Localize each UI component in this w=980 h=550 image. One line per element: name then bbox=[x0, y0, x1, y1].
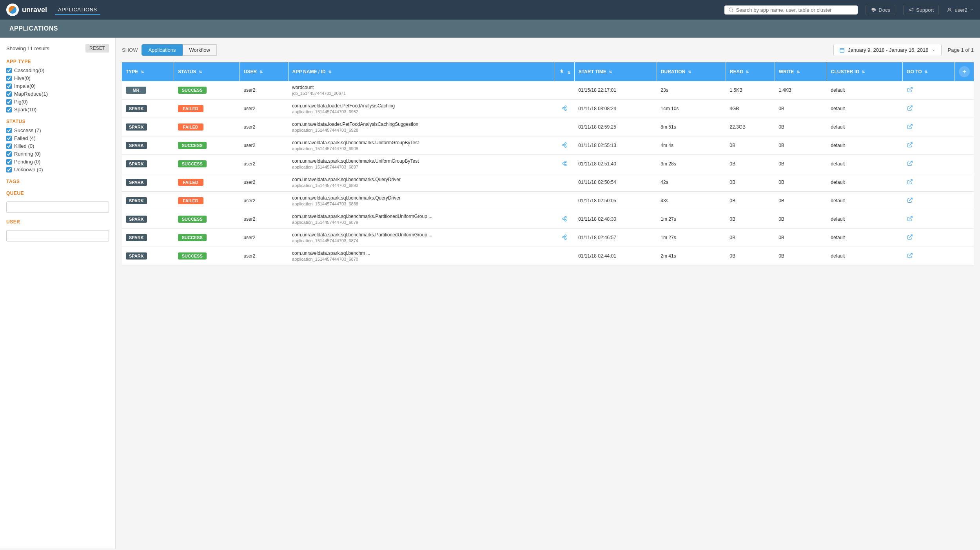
goto-icon[interactable] bbox=[907, 160, 913, 167]
cell-app-name[interactable]: com.unraveldata.spark.sql.benchmarks.Que… bbox=[288, 173, 555, 192]
search-bar[interactable] bbox=[724, 5, 858, 15]
goto-icon[interactable] bbox=[907, 252, 913, 259]
user-input[interactable] bbox=[6, 230, 109, 241]
checkbox-killed[interactable] bbox=[6, 143, 12, 149]
date-picker-button[interactable]: January 9, 2018 - January 16, 2018 bbox=[833, 44, 941, 56]
goto-icon[interactable] bbox=[907, 105, 913, 111]
user-icon bbox=[947, 7, 952, 13]
goto-icon[interactable] bbox=[907, 123, 913, 130]
cell-app-name[interactable]: com.unraveldata.spark.sql.benchmarks.Que… bbox=[288, 192, 555, 210]
cell-app-name[interactable]: com.unraveldata.spark.sql.benchmarks.Uni… bbox=[288, 155, 555, 173]
svg-point-10 bbox=[565, 109, 566, 111]
goto-icon[interactable] bbox=[907, 87, 913, 93]
status-title: STATUS bbox=[6, 119, 109, 124]
queue-input[interactable] bbox=[6, 201, 109, 213]
checkbox-mapreduce[interactable] bbox=[6, 91, 12, 97]
checkbox-pending[interactable] bbox=[6, 159, 12, 165]
checkbox-cascading[interactable] bbox=[6, 68, 12, 73]
col-add[interactable]: + bbox=[955, 62, 974, 81]
svg-point-15 bbox=[563, 144, 564, 146]
cell-flag bbox=[555, 118, 574, 136]
cell-app-name[interactable]: com.unraveldata.spark.sql.benchm ... app… bbox=[288, 247, 555, 265]
cell-goto[interactable] bbox=[903, 229, 955, 247]
cell-goto[interactable] bbox=[903, 136, 955, 155]
filter-running: Running (0) bbox=[6, 151, 109, 157]
cell-goto[interactable] bbox=[903, 100, 955, 118]
cell-start-time: 01/11/18 02:46:57 bbox=[574, 229, 657, 247]
cell-app-name[interactable]: wordcount job_1514457444703_20671 bbox=[288, 81, 555, 100]
goto-icon[interactable] bbox=[907, 142, 913, 148]
col-read[interactable]: READ ⇅ bbox=[726, 62, 775, 81]
checkbox-success[interactable] bbox=[6, 128, 12, 133]
checkbox-spark[interactable] bbox=[6, 107, 12, 113]
checkbox-hive[interactable] bbox=[6, 76, 12, 81]
cell-app-name[interactable]: com.unraveldata.spark.sql.benchmarks.Par… bbox=[288, 229, 555, 247]
cell-read: 4GB bbox=[726, 100, 775, 118]
col-status[interactable]: STATUS ⇅ bbox=[174, 62, 240, 81]
cell-goto[interactable] bbox=[903, 210, 955, 229]
col-app-name[interactable]: APP NAME / ID ⇅ bbox=[288, 62, 555, 81]
cell-app-name[interactable]: com.unraveldata.loader.PetFoodAnalysisCa… bbox=[288, 118, 555, 136]
checkbox-unknown[interactable] bbox=[6, 167, 12, 172]
svg-point-23 bbox=[565, 164, 566, 166]
cell-user: user2 bbox=[240, 210, 288, 229]
col-user[interactable]: USER ⇅ bbox=[240, 62, 288, 81]
checkbox-running[interactable] bbox=[6, 151, 12, 157]
reset-button[interactable]: RESET bbox=[85, 44, 109, 53]
col-start-time[interactable]: START TIME ⇅ bbox=[574, 62, 657, 81]
cell-read: 22.3GB bbox=[726, 118, 775, 136]
add-column-button[interactable]: + bbox=[959, 66, 970, 77]
goto-icon[interactable] bbox=[907, 179, 913, 185]
user-menu-button[interactable]: user2 bbox=[947, 7, 974, 13]
svg-point-2 bbox=[949, 8, 951, 10]
cell-goto[interactable] bbox=[903, 173, 955, 192]
app-type-filter: APP TYPE Cascading(0) Hive(0) Impala(0) … bbox=[6, 59, 109, 113]
status-badge: SUCCESS bbox=[178, 160, 207, 167]
status-badge: SUCCESS bbox=[178, 87, 207, 94]
goto-icon[interactable] bbox=[907, 234, 913, 240]
cell-goto[interactable] bbox=[903, 247, 955, 265]
col-cluster-id[interactable]: CLUSTER ID ⇅ bbox=[827, 62, 902, 81]
app-id-text: job_1514457444703_20671 bbox=[292, 91, 551, 96]
cell-flag bbox=[555, 81, 574, 100]
cell-app-name[interactable]: com.unraveldata.spark.sql.benchmarks.Par… bbox=[288, 210, 555, 229]
cell-goto[interactable] bbox=[903, 81, 955, 100]
docs-button[interactable]: Docs bbox=[866, 5, 895, 15]
cell-goto[interactable] bbox=[903, 118, 955, 136]
cell-type: SPARK bbox=[122, 192, 174, 210]
svg-line-27 bbox=[909, 180, 912, 182]
col-write[interactable]: WRITE ⇅ bbox=[775, 62, 827, 81]
search-input[interactable] bbox=[736, 7, 854, 13]
cell-extra bbox=[955, 229, 974, 247]
tab-workflow[interactable]: Workflow bbox=[183, 44, 217, 56]
page-info: Page 1 of 1 bbox=[948, 47, 974, 53]
cell-read: 0B bbox=[726, 192, 775, 210]
table-row: SPARK SUCCESS user2 com.unraveldata.spar… bbox=[122, 229, 974, 247]
nav-applications[interactable]: APPLICATIONS bbox=[55, 5, 100, 15]
svg-line-34 bbox=[909, 216, 912, 219]
cell-goto[interactable] bbox=[903, 192, 955, 210]
col-goto[interactable]: GO TO ⇅ bbox=[903, 62, 955, 81]
cell-flag bbox=[555, 100, 574, 118]
tab-applications[interactable]: Applications bbox=[142, 44, 182, 56]
checkbox-impala[interactable] bbox=[6, 83, 12, 89]
cell-start-time: 01/11/18 02:50:05 bbox=[574, 192, 657, 210]
content-area: Showing 11 results RESET APP TYPE Cascad… bbox=[0, 38, 980, 548]
col-type[interactable]: TYPE ⇅ bbox=[122, 62, 174, 81]
cell-app-name[interactable]: com.unraveldata.spark.sql.benchmarks.Uni… bbox=[288, 136, 555, 155]
checkbox-pig[interactable] bbox=[6, 99, 12, 105]
support-button[interactable]: Support bbox=[903, 5, 939, 15]
goto-icon[interactable] bbox=[907, 197, 913, 203]
cell-app-name[interactable]: com.unraveldata.loader.PetFoodAnalysisCa… bbox=[288, 100, 555, 118]
col-flag[interactable]: ⇅ bbox=[555, 62, 574, 81]
cell-goto[interactable] bbox=[903, 155, 955, 173]
cell-start-time: 01/11/18 02:51:40 bbox=[574, 155, 657, 173]
showing-text: Showing 11 results bbox=[6, 45, 49, 51]
app-id-text: application_1514457444703_6952 bbox=[292, 109, 551, 114]
goto-icon[interactable] bbox=[907, 216, 913, 222]
col-duration[interactable]: DURATION ⇅ bbox=[657, 62, 726, 81]
filter-pending: Pending (0) bbox=[6, 159, 109, 165]
table-row: SPARK FAILED user2 com.unraveldata.spark… bbox=[122, 173, 974, 192]
checkbox-failed[interactable] bbox=[6, 136, 12, 141]
table-row: SPARK FAILED user2 com.unraveldata.loade… bbox=[122, 118, 974, 136]
